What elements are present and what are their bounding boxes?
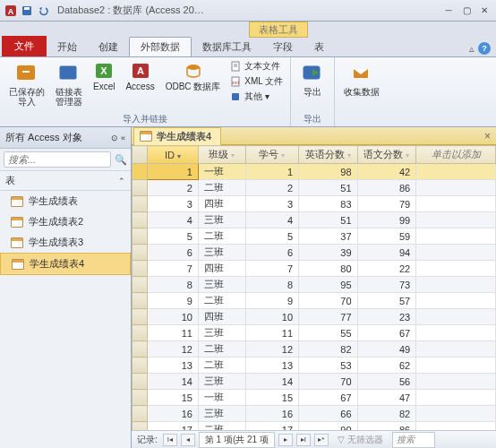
- cell-english[interactable]: 51: [299, 212, 358, 228]
- cell-id[interactable]: 14: [147, 374, 198, 390]
- cell-sid[interactable]: 10: [245, 309, 298, 325]
- cell-english[interactable]: 90: [299, 422, 358, 431]
- cell-id[interactable]: 2: [147, 180, 198, 196]
- cell-id[interactable]: 5: [147, 228, 198, 245]
- cell-id[interactable]: 6: [147, 245, 198, 261]
- row-selector[interactable]: [133, 164, 148, 180]
- cell-add[interactable]: [416, 164, 496, 180]
- column-header[interactable]: ID ▾: [147, 146, 198, 164]
- cell-add[interactable]: [416, 293, 496, 309]
- cell-chinese[interactable]: 82: [357, 406, 416, 422]
- cell-id[interactable]: 3: [147, 196, 198, 212]
- access-import-button[interactable]: A Access: [122, 59, 158, 93]
- row-selector[interactable]: [133, 358, 148, 374]
- table-row[interactable]: 2二班25186: [133, 180, 496, 196]
- cell-class[interactable]: 三班: [198, 245, 245, 261]
- cell-chinese[interactable]: 59: [357, 228, 416, 245]
- close-button[interactable]: ✕: [476, 4, 492, 17]
- cell-chinese[interactable]: 94: [357, 245, 416, 261]
- cell-class[interactable]: 三班: [198, 212, 245, 228]
- cell-chinese[interactable]: 42: [357, 164, 416, 180]
- row-selector[interactable]: [133, 422, 148, 431]
- cell-class[interactable]: 三班: [198, 374, 245, 390]
- cell-english[interactable]: 83: [299, 196, 358, 212]
- cell-chinese[interactable]: 57: [357, 293, 416, 309]
- nav-item-table[interactable]: 学生成绩表2: [0, 211, 131, 232]
- table-row[interactable]: 5二班53759: [133, 228, 496, 245]
- cell-english[interactable]: 67: [299, 390, 358, 406]
- cell-id[interactable]: 17: [147, 422, 198, 431]
- cell-add[interactable]: [416, 374, 496, 390]
- excel-import-button[interactable]: X Excel: [90, 59, 118, 93]
- cell-add[interactable]: [416, 261, 496, 277]
- nav-section-tables[interactable]: 表 ⌃: [0, 171, 131, 191]
- recnav-search-box[interactable]: 搜索: [392, 432, 435, 448]
- cell-id[interactable]: 16: [147, 406, 198, 422]
- datasheet[interactable]: ID ▾班级 ▾学号 ▾英语分数 ▾语文分数 ▾单击以添加 1一班198422二…: [132, 145, 496, 430]
- nav-item-table[interactable]: 学生成绩表: [0, 191, 131, 211]
- ribbon-minimize-icon[interactable]: ▵: [469, 43, 475, 55]
- help-icon[interactable]: ?: [478, 42, 491, 55]
- cell-id[interactable]: 8: [147, 277, 198, 293]
- cell-sid[interactable]: 11: [245, 325, 298, 341]
- tab-database-tools[interactable]: 数据库工具: [192, 38, 262, 56]
- cell-sid[interactable]: 15: [245, 390, 298, 406]
- cell-sid[interactable]: 16: [245, 406, 298, 422]
- export-button[interactable]: 导出: [296, 59, 329, 99]
- cell-id[interactable]: 11: [147, 325, 198, 341]
- cell-chinese[interactable]: 86: [357, 180, 416, 196]
- cell-class[interactable]: 一班: [198, 164, 245, 180]
- next-record-button[interactable]: ▸: [278, 434, 293, 446]
- nav-search-input[interactable]: [4, 151, 111, 168]
- row-selector[interactable]: [133, 180, 148, 196]
- column-header[interactable]: 单击以添加: [416, 146, 496, 164]
- saved-imports-button[interactable]: 已保存的 导入: [5, 59, 48, 108]
- nav-item-table[interactable]: 学生成绩表3: [0, 232, 131, 253]
- row-selector[interactable]: [133, 325, 148, 341]
- first-record-button[interactable]: I◂: [163, 434, 177, 446]
- cell-chinese[interactable]: 79: [357, 196, 416, 212]
- cell-chinese[interactable]: 56: [357, 374, 416, 390]
- row-selector[interactable]: [133, 277, 148, 293]
- column-header[interactable]: 英语分数 ▾: [299, 146, 358, 164]
- cell-class[interactable]: 四班: [198, 261, 245, 277]
- nav-item-table[interactable]: 学生成绩表4: [0, 253, 131, 275]
- cell-chinese[interactable]: 22: [357, 261, 416, 277]
- cell-english[interactable]: 37: [299, 228, 358, 245]
- cell-english[interactable]: 70: [299, 293, 358, 309]
- linked-table-manager-button[interactable]: 链接表 管理器: [52, 59, 86, 108]
- cell-add[interactable]: [416, 196, 496, 212]
- cell-sid[interactable]: 8: [245, 277, 298, 293]
- cell-id[interactable]: 10: [147, 309, 198, 325]
- cell-sid[interactable]: 9: [245, 293, 298, 309]
- prev-record-button[interactable]: ◂: [181, 434, 195, 446]
- table-row[interactable]: 1一班19842: [133, 164, 496, 180]
- row-selector[interactable]: [133, 341, 148, 358]
- cell-add[interactable]: [416, 390, 496, 406]
- collect-data-button[interactable]: 收集数据: [340, 59, 383, 99]
- cell-chinese[interactable]: 99: [357, 212, 416, 228]
- cell-add[interactable]: [416, 228, 496, 245]
- row-selector[interactable]: [133, 390, 148, 406]
- cell-add[interactable]: [416, 325, 496, 341]
- cell-sid[interactable]: 2: [245, 180, 298, 196]
- cell-add[interactable]: [416, 406, 496, 422]
- save-icon[interactable]: [20, 4, 34, 18]
- select-all-cell[interactable]: [133, 146, 148, 164]
- cell-add[interactable]: [416, 341, 496, 358]
- cell-class[interactable]: 二班: [198, 180, 245, 196]
- cell-chinese[interactable]: 73: [357, 277, 416, 293]
- more-imports-button[interactable]: 其他 ▾: [227, 90, 285, 104]
- row-selector[interactable]: [133, 245, 148, 261]
- odbc-import-button[interactable]: ODBC 数据库: [162, 59, 225, 93]
- new-record-button[interactable]: ▸*: [314, 434, 329, 446]
- cell-class[interactable]: 四班: [198, 309, 245, 325]
- cell-class[interactable]: 三班: [198, 406, 245, 422]
- cell-sid[interactable]: 12: [245, 341, 298, 358]
- cell-sid[interactable]: 1: [245, 164, 298, 180]
- cell-id[interactable]: 15: [147, 390, 198, 406]
- tab-external-data[interactable]: 外部数据: [129, 37, 192, 56]
- cell-sid[interactable]: 6: [245, 245, 298, 261]
- row-selector[interactable]: [133, 196, 148, 212]
- cell-english[interactable]: 39: [299, 245, 358, 261]
